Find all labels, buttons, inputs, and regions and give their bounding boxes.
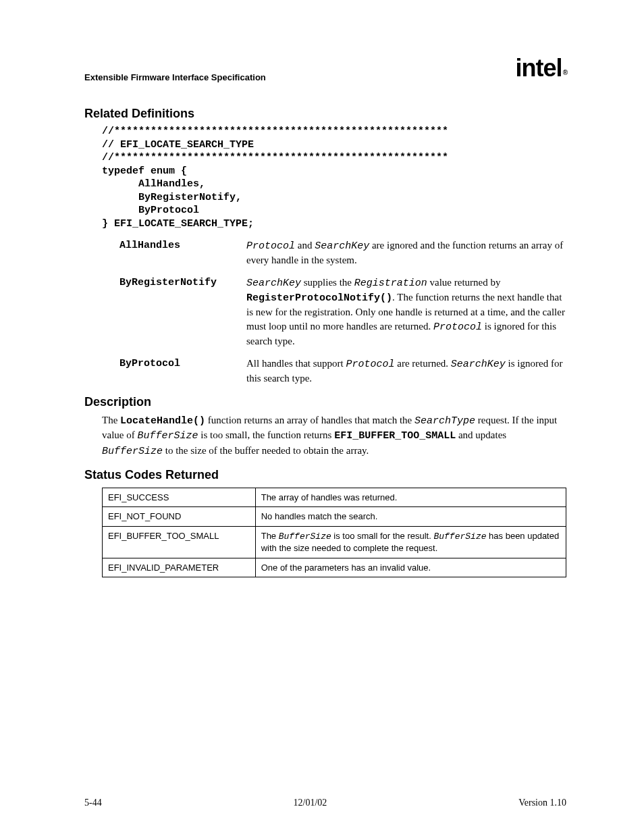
code-ref: BufferSize [433, 531, 486, 542]
status-code: EFI_SUCCESS [103, 488, 256, 507]
table-row: EFI_NOT_FOUND No handles match the searc… [103, 507, 566, 527]
code-ref: SearchKey [451, 359, 506, 370]
code-ref: Protocol [346, 359, 394, 370]
text: The [261, 531, 279, 541]
code-line: ByRegisterNotify, [102, 192, 242, 203]
text: to the size of the buffer needed to obta… [163, 445, 369, 456]
code-ref: SearchKey [315, 240, 369, 252]
table-row: EFI_INVALID_PARAMETER One of the paramet… [103, 558, 566, 577]
status-desc: The BufferSize is too small for the resu… [255, 526, 566, 558]
logo-reg: ® [563, 69, 567, 76]
text: are returned. [395, 358, 451, 369]
code-line: } EFI_LOCATE_SEARCH_TYPE; [102, 218, 254, 230]
code-line: // EFI_LOCATE_SEARCH_TYPE [102, 139, 254, 151]
def-row-byprotocol: ByProtocol All handles that support Prot… [119, 357, 566, 386]
text: is too small for the result. [331, 531, 434, 541]
code-ref: Protocol [246, 240, 295, 252]
page: Extensible Firmware Interface Specificat… [0, 0, 644, 834]
description-body: The LocateHandle() function returns an a… [84, 413, 566, 459]
doc-title: Extensible Firmware Interface Specificat… [84, 72, 266, 82]
page-footer: 5-44 12/01/02 Version 1.10 [84, 798, 566, 808]
code-line: ByProtocol [102, 205, 199, 216]
definitions-list: AllHandles Protocol and SearchKey are ig… [84, 238, 566, 386]
code-ref: Protocol [433, 321, 482, 333]
def-term: ByRegisterNotify [119, 276, 246, 348]
text: and [295, 240, 315, 251]
page-header: Extensible Firmware Interface Specificat… [84, 54, 566, 82]
status-code: EFI_NOT_FOUND [103, 507, 256, 527]
code-ref: Registration [354, 278, 427, 289]
status-desc: One of the parameters has an invalid val… [255, 558, 566, 577]
text: supplies the [301, 277, 354, 288]
table-row: EFI_BUFFER_TOO_SMALL The BufferSize is t… [103, 526, 566, 558]
code-line: //**************************************… [102, 126, 448, 137]
code-line: typedef enum { [102, 165, 187, 177]
code-ref: LocateHandle() [120, 415, 205, 427]
text: function returns an array of handles tha… [205, 415, 414, 425]
status-desc: The array of handles was returned. [255, 488, 566, 507]
code-ref: BufferSize [137, 430, 198, 442]
status-desc: No handles match the search. [255, 507, 566, 527]
footer-version: Version 1.10 [518, 798, 566, 808]
def-term: ByProtocol [119, 357, 246, 386]
code-ref: SearchType [414, 415, 475, 427]
code-ref-link[interactable]: RegisterProtocolNotify() [246, 292, 392, 304]
status-codes-table: EFI_SUCCESS The array of handles was ret… [102, 488, 566, 578]
code-line: AllHandles, [102, 178, 205, 190]
code-ref: BufferSize [279, 531, 331, 542]
logo-part2: el [543, 54, 562, 82]
def-desc: Protocol and SearchKey are ignored and t… [246, 238, 566, 267]
code-ref: EFI_BUFFER_TOO_SMALL [334, 430, 456, 442]
code-block: //**************************************… [84, 125, 566, 230]
logo-part1: int [516, 54, 543, 82]
table-row: EFI_SUCCESS The array of handles was ret… [103, 488, 566, 507]
text: and updates [456, 429, 506, 440]
code-line: //**************************************… [102, 152, 448, 163]
def-row-byregisternotify: ByRegisterNotify SearchKey supplies the … [119, 276, 566, 348]
text: value returned by [427, 277, 501, 288]
heading-related-definitions: Related Definitions [84, 107, 566, 121]
code-ref: BufferSize [102, 446, 163, 457]
text: The [102, 415, 120, 425]
intel-logo: intel® [516, 54, 566, 82]
def-row-allhandles: AllHandles Protocol and SearchKey are ig… [119, 238, 566, 267]
def-desc: All handles that support Protocol are re… [246, 357, 566, 386]
status-code: EFI_INVALID_PARAMETER [103, 558, 256, 577]
heading-description: Description [84, 395, 566, 409]
heading-status-codes: Status Codes Returned [84, 468, 566, 482]
footer-page-number: 5-44 [84, 798, 102, 808]
def-term: AllHandles [119, 238, 246, 267]
code-ref: SearchKey [246, 278, 301, 289]
footer-date: 12/01/02 [294, 798, 327, 808]
def-desc: SearchKey supplies the Registration valu… [246, 276, 566, 348]
status-code: EFI_BUFFER_TOO_SMALL [103, 526, 256, 558]
text: is too small, the function returns [198, 429, 335, 440]
text: All handles that support [246, 358, 346, 369]
